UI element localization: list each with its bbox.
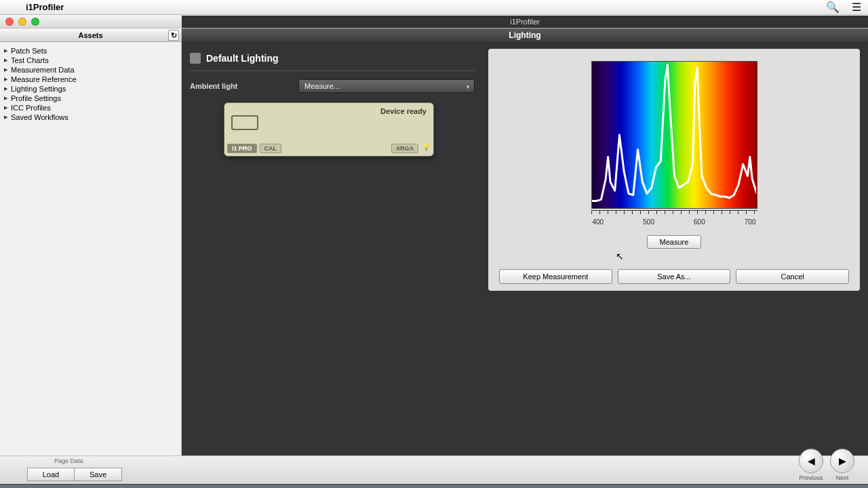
spectrum-panel: 400 500 600 700 Measure Keep Measurement… [488, 49, 860, 291]
page-data-label: Page Data [54, 458, 83, 464]
search-icon[interactable]: 🔍 [826, 1, 840, 14]
bulb-icon: 💡 [421, 144, 431, 153]
menu-list-icon[interactable]: ☰ [852, 1, 861, 14]
tag-i1pro: i1 PRO [227, 144, 257, 153]
previous-label: Previous [799, 474, 823, 481]
main-content: i1Profiler Lighting Default Lighting Amb… [182, 28, 868, 455]
previous-button[interactable]: ◀ [799, 449, 823, 473]
ambient-light-label: Ambient light [190, 82, 292, 90]
spectrophotometer-icon [231, 115, 258, 130]
sidebar-title: Assets [78, 31, 102, 39]
sidebar-item-measure-reference[interactable]: Measure Reference [3, 75, 178, 84]
sidebar-item-lighting-settings[interactable]: Lighting Settings [3, 84, 178, 94]
minimize-icon[interactable] [18, 18, 26, 26]
assets-sidebar: Assets ↻ Patch Sets Test Charts Measurem… [0, 28, 182, 455]
section-header: Lighting [182, 28, 868, 42]
keep-measurement-button[interactable]: Keep Measurement [499, 269, 612, 284]
sidebar-item-test-charts[interactable]: Test Charts [3, 56, 178, 65]
sidebar-item-patch-sets[interactable]: Patch Sets [3, 46, 178, 56]
document-title: i1Profiler [182, 16, 868, 28]
measure-button[interactable]: Measure [647, 235, 702, 249]
next-button[interactable]: ▶ [830, 449, 854, 473]
zoom-icon[interactable] [31, 18, 39, 26]
lighting-icon [190, 53, 201, 64]
close-icon[interactable] [5, 18, 14, 26]
save-button[interactable]: Save [75, 468, 122, 481]
next-label: Next [830, 474, 854, 481]
spectrum-chart [591, 61, 757, 209]
tag-xrga: XRGA [391, 144, 418, 153]
workflow-strip: Printer Profiling Workflow 400 Patch Set… [0, 484, 868, 488]
x-axis-labels: 400 500 600 700 [591, 218, 757, 226]
device-status-box: Device ready i1 PRO CAL XRGA 💡 [224, 102, 434, 157]
tag-cal: CAL [260, 144, 282, 153]
sidebar-item-icc-profiles[interactable]: ICC Profiles [3, 103, 178, 113]
load-button[interactable]: Load [27, 468, 75, 481]
sidebar-item-measurement-data[interactable]: Measurement Data [3, 65, 178, 75]
refresh-icon[interactable]: ↻ [168, 30, 179, 41]
sidebar-header: Assets ↻ [0, 28, 181, 42]
panel-title-row: Default Lighting [190, 49, 475, 71]
device-status-text: Device ready [380, 107, 427, 115]
sidebar-item-saved-workflows[interactable]: Saved Workflows [3, 113, 178, 122]
menubar-app-name[interactable]: i1Profiler [26, 2, 64, 12]
save-as-button[interactable]: Save As... [618, 269, 731, 284]
cancel-button[interactable]: Cancel [736, 269, 849, 284]
page-data-strip: Page Data Load Save ◀ Previous ▶ Next [0, 455, 868, 484]
sidebar-item-profile-settings[interactable]: Profile Settings [3, 94, 178, 103]
ambient-light-select[interactable]: Measure... [298, 79, 475, 93]
panel-title: Default Lighting [206, 53, 279, 64]
assets-list: Patch Sets Test Charts Measurement Data … [0, 42, 181, 126]
axis-ticks [591, 210, 757, 214]
mac-menubar: i1Profiler 🔍 ☰ [0, 0, 868, 15]
